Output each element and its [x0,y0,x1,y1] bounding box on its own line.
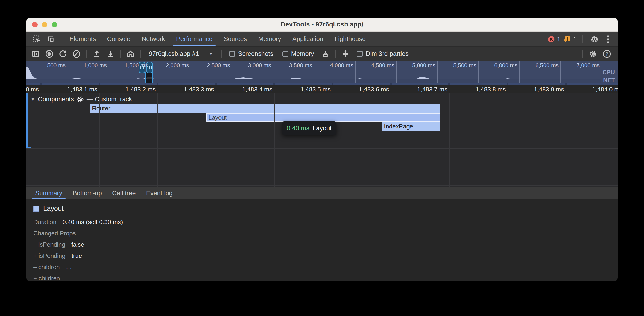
ruler-notch [507,83,508,85]
collapse-sections-icon[interactable] [339,48,352,59]
overview-tick-label: 2,000 ms [152,62,189,69]
overview-gridline [396,61,397,83]
summary-title: Layout [43,205,64,212]
tab-lighthouse[interactable]: Lighthouse [329,32,371,46]
active-tab-underline [173,45,216,46]
flame-bar-router[interactable]: Router [90,104,440,112]
selection-right-line [152,72,154,83]
track-divider [26,148,618,149]
detail-tab-bottom-up[interactable]: Bottom-up [68,187,107,199]
ruler-notch [157,83,158,85]
net-lane [26,79,618,83]
overview-gridline [478,61,479,83]
error-badge-icon[interactable]: 1 [548,35,560,43]
summary-row: Changed Props [33,230,618,237]
devtools-window: DevTools - 97r6ql.csb.app/ [26,17,618,281]
overview-gridline [560,61,561,83]
ruler-notch [390,83,392,85]
dim-3rd-parties-checkbox[interactable]: Dim 3rd parties [357,50,408,57]
summary-row-label: Changed Props [33,230,76,237]
tab-application[interactable]: Application [287,32,329,46]
divider [582,50,582,58]
flame-gridline [216,93,216,187]
screenshots-checkbox[interactable]: Screenshots [229,50,273,57]
track-selection-accent [26,93,28,148]
ruler-notch [98,83,100,85]
clear-icon[interactable] [70,48,82,59]
overview-tick-label: 5,000 ms [398,62,435,69]
overview-tick-label: 4,500 ms [357,62,394,69]
summary-row-value: … [66,275,72,281]
tab-memory[interactable]: Memory [252,32,287,46]
event-tooltip: 0.40 ms Layout [282,121,336,135]
more-options-icon[interactable] [604,35,612,43]
timeline-ruler: 1,483.0 ms1,483.1 ms1,483.2 ms1,483.3 ms… [26,83,618,93]
detail-tab-summary[interactable]: Summary [30,187,68,199]
toggle-sidebar-icon[interactable] [30,48,42,59]
settings-gear-icon[interactable] [588,33,600,45]
summary-row-value: … [66,264,72,271]
device-toolbar-icon[interactable] [44,33,57,45]
devtools-tabbar: ElementsConsoleNetworkPerformanceSources… [26,32,618,47]
overview-gridline [314,61,314,83]
overview-tick-label: 1,500 ms [110,62,148,69]
checkbox-box [229,51,235,57]
window-title: DevTools - 97r6ql.csb.app/ [26,17,618,32]
record-icon[interactable] [43,48,56,59]
track-header[interactable]: ▼ Components — Custom track [30,96,132,103]
event-color-swatch [33,206,40,212]
ruler-tick-label: 1,483.1 ms [39,86,98,93]
ruler-notch [332,83,333,85]
main-tabs: ElementsConsoleNetworkPerformanceSources… [64,32,371,46]
divider [61,35,62,43]
ruler-notch [274,83,275,85]
tab-performance[interactable]: Performance [170,32,218,46]
tab-console[interactable]: Console [102,32,136,46]
reload-record-icon[interactable] [57,48,69,59]
overview-baseline [26,78,618,78]
summary-row: – children… [33,264,618,271]
download-profile-icon[interactable] [104,48,116,59]
help-icon[interactable]: ? [601,48,613,59]
ruler-tick-label: 1,483.6 ms [330,86,389,93]
overview-gridline [68,61,68,83]
divider [221,50,222,58]
flame-chart[interactable]: ▼ Components — Custom track RouterLayout… [26,93,618,187]
capture-settings-gear-icon[interactable] [587,48,599,59]
flame-bar-layout[interactable]: Layout [206,113,440,122]
divider [120,50,121,58]
upload-profile-icon[interactable] [90,48,103,59]
detail-tab-event-log[interactable]: Event log [141,187,178,199]
svg-text:?: ? [606,51,608,56]
ruler-tick-label: 1,483.8 ms [447,86,506,93]
ruler-tick-label: 1,483.9 ms [505,86,564,93]
warning-badge-icon[interactable]: 1 [564,35,577,43]
target-selector[interactable]: 97r6ql.csb.app #1 ▼ [144,50,217,57]
checkbox-box [357,51,363,57]
tab-network[interactable]: Network [136,32,170,46]
track-title: Components [38,96,74,103]
divider [86,50,87,58]
memory-checkbox[interactable]: Memory [282,50,314,57]
overview-gridline [437,61,438,83]
flame-bar-indexpage[interactable]: IndexPage [382,122,440,131]
collapse-triangle-icon[interactable]: ▼ [30,97,35,102]
overview-tick-label: 3,000 ms [234,62,271,69]
tab-sources[interactable]: Sources [218,32,252,46]
tab-elements[interactable]: Elements [64,32,102,46]
summary-row-label: – children [33,264,60,271]
inspect-element-icon[interactable] [30,33,43,45]
home-icon[interactable] [124,48,136,59]
tooltip-duration: 0.40 ms [287,125,309,132]
overview-tick-label: 3,500 ms [274,62,312,69]
overview-tick-label: 6,000 ms [480,62,518,69]
flame-gridline [332,93,333,187]
ruler-notch [565,83,566,85]
detail-tab-call-tree[interactable]: Call tree [107,187,141,199]
summary-row-label: Duration [33,219,56,226]
collect-garbage-icon[interactable] [319,48,332,59]
cpu-lane-label: CPU [600,69,617,76]
net-lane-label: NET [601,77,617,83]
timeline-overview[interactable]: CPU NET 500 ms1,000 ms1,500 ms2,000 ms2,… [26,61,618,83]
overview-tick-label: 7,000 ms [562,62,600,69]
